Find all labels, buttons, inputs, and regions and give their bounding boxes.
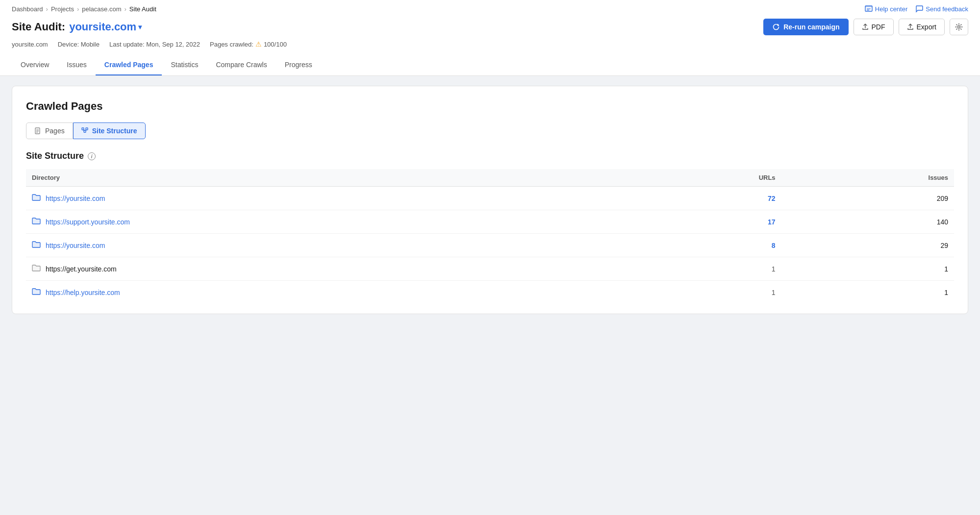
help-center-link[interactable]: Help center <box>865 5 907 13</box>
feedback-icon <box>915 5 923 13</box>
tab-crawled-pages[interactable]: Crawled Pages <box>96 55 162 75</box>
table-row: https://get.yoursite.com11 <box>26 257 954 281</box>
help-icon <box>865 5 873 13</box>
svg-point-4 <box>958 26 960 28</box>
site-structure-icon <box>81 127 89 135</box>
issues-cell-1: 140 <box>781 210 954 234</box>
urls-cell-3: 1 <box>626 257 781 281</box>
issues-cell-0: 209 <box>781 187 954 210</box>
tab-site-structure[interactable]: Site Structure <box>73 123 146 139</box>
info-icon[interactable]: i <box>88 152 96 160</box>
export-button[interactable]: Export <box>899 19 945 35</box>
table-row: https://support.yoursite.com17140 <box>26 210 954 234</box>
folder-icon <box>32 217 41 226</box>
chevron-down-icon: ▾ <box>138 23 142 31</box>
directory-link-4[interactable]: https://help.yoursite.com <box>46 289 120 296</box>
pdf-button[interactable]: PDF <box>854 19 894 35</box>
tab-compare-crawls[interactable]: Compare Crawls <box>207 55 276 75</box>
breadcrumb-pelacase[interactable]: pelacase.com <box>82 5 121 13</box>
pages-icon <box>34 127 42 135</box>
view-tabs: Pages Site Structure <box>26 123 954 139</box>
meta-site: yoursite.com <box>12 41 48 48</box>
svg-rect-11 <box>86 128 88 130</box>
table-row: https://yoursite.com72209 <box>26 187 954 210</box>
urls-cell-1[interactable]: 17 <box>626 210 781 234</box>
breadcrumb-sep-1: › <box>46 5 48 13</box>
svg-rect-1 <box>865 6 872 7</box>
tab-overview[interactable]: Overview <box>12 55 58 75</box>
directory-link-2[interactable]: https://yoursite.com <box>46 242 105 249</box>
col-urls: URLs <box>626 169 781 187</box>
breadcrumb-sep-2: › <box>77 5 79 13</box>
meta-device: Device: Mobile <box>58 41 100 48</box>
dir-cell-3: https://get.yoursite.com <box>32 264 620 273</box>
upload-icon <box>862 24 869 30</box>
tab-pages[interactable]: Pages <box>26 123 73 139</box>
col-directory: Directory <box>26 169 626 187</box>
site-name-dropdown[interactable]: yoursite.com ▾ <box>69 21 142 33</box>
folder-icon <box>32 194 41 203</box>
gear-icon <box>955 23 963 31</box>
meta-update: Last update: Mon, Sep 12, 2022 <box>109 41 200 48</box>
breadcrumb-dashboard[interactable]: Dashboard <box>12 5 43 13</box>
breadcrumb: Dashboard › Projects › pelacase.com › Si… <box>12 5 156 13</box>
tab-progress[interactable]: Progress <box>276 55 321 75</box>
settings-button[interactable] <box>950 19 968 35</box>
urls-cell-0[interactable]: 72 <box>626 187 781 210</box>
directory-link-1[interactable]: https://support.yoursite.com <box>46 218 130 226</box>
dir-cell-2: https://yoursite.com <box>32 241 620 250</box>
dir-cell-0: https://yoursite.com <box>32 194 620 203</box>
tab-issues[interactable]: Issues <box>58 55 95 75</box>
urls-cell-2[interactable]: 8 <box>626 234 781 257</box>
site-audit-label: Site Audit: <box>12 21 65 33</box>
directory-link-0[interactable]: https://yoursite.com <box>46 195 105 202</box>
breadcrumb-projects[interactable]: Projects <box>51 5 74 13</box>
section-title-text: Site Structure <box>26 151 84 161</box>
export-icon <box>907 24 914 30</box>
warning-icon: ⚠ <box>255 40 262 48</box>
send-feedback-link[interactable]: Send feedback <box>915 5 968 13</box>
site-structure-table: Directory URLs Issues https://yoursite.c… <box>26 169 954 304</box>
crawled-pages-card: Crawled Pages Pages <box>12 86 968 314</box>
table-row: https://yoursite.com829 <box>26 234 954 257</box>
issues-cell-2: 29 <box>781 234 954 257</box>
svg-rect-9 <box>82 128 84 130</box>
breadcrumb-sep-3: › <box>124 5 126 13</box>
svg-line-12 <box>83 130 85 130</box>
folder-icon <box>32 264 41 273</box>
dir-cell-4: https://help.yoursite.com <box>32 288 620 297</box>
tab-statistics[interactable]: Statistics <box>162 55 207 75</box>
col-issues: Issues <box>781 169 954 187</box>
folder-icon <box>32 241 41 250</box>
dir-cell-1: https://support.yoursite.com <box>32 217 620 226</box>
nav-tabs: Overview Issues Crawled Pages Statistics… <box>12 55 968 75</box>
issues-cell-4: 1 <box>781 281 954 304</box>
refresh-icon <box>772 23 780 31</box>
table-row: https://help.yoursite.com11 <box>26 281 954 304</box>
breadcrumb-site-audit: Site Audit <box>129 5 156 13</box>
issues-cell-3: 1 <box>781 257 954 281</box>
folder-icon <box>32 288 41 297</box>
meta-pages-crawled: Pages crawled: ⚠ 100/100 <box>210 40 287 48</box>
svg-rect-10 <box>84 130 86 132</box>
directory-link-3: https://get.yoursite.com <box>46 265 117 273</box>
rerun-campaign-button[interactable]: Re-run campaign <box>763 19 848 35</box>
urls-cell-4: 1 <box>626 281 781 304</box>
page-title: Crawled Pages <box>26 100 954 113</box>
